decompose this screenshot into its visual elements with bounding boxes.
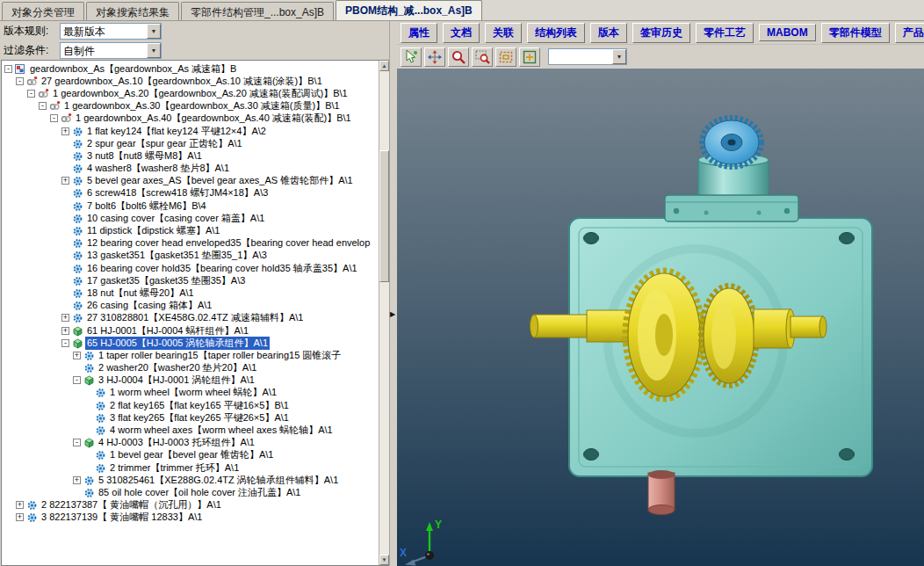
tree-node-label[interactable]: 85 oil hole cover【oil hole cover 注油孔盖】A\… [97,486,302,499]
tree-row[interactable]: -geardownbox_As【geardownbox_As 减速箱】B [4,62,379,75]
tree-node-label[interactable]: 3 nut8【nut8 螺母M8】A\1 [85,149,204,163]
panel-tab[interactable]: 结构列表 [527,23,585,43]
tree-row[interactable]: 7 bolt6【bolt6 螺栓M6】B\4 [4,200,379,212]
collapse-icon[interactable]: - [50,114,58,122]
tree-node-label[interactable]: geardownbox_As【geardownbox_As 减速箱】B [28,62,238,76]
scrollbar-track[interactable] [379,71,389,555]
tree-row[interactable]: 4 washer8【washer8 垫片8】A\1 [4,163,379,175]
tree-node-label[interactable]: 18 nut【nut 螺母20】A\1 [85,287,196,300]
tree-row[interactable]: +1 flat key124【flat key124 平键12×4】A\2 [4,125,379,137]
tree-row[interactable]: 26 casing【casing 箱体】A\1 [4,300,379,312]
tree-row[interactable]: -65 HJ-0005【HJ-0005 涡轮轴承组件】A\1 [4,337,379,349]
tree-row[interactable]: 17 gasket35【gasket35 垫圈35】A\3 [4,274,379,287]
tree-node-label[interactable]: 5 bevel gear axes_AS【bevel gear axes_AS … [85,174,355,187]
collapse-icon[interactable]: - [61,339,69,347]
tree-node-label[interactable]: 2 822137387【 黄油嘴帽（沉孔用）】A\1 [40,498,223,512]
collapse-icon[interactable]: - [73,439,81,446]
tree-row[interactable]: 1 worm wheel【worm wheel 蜗轮】A\1 [4,387,379,399]
filter-dropdown[interactable]: 自制件 ▼ [60,42,162,59]
tree-node-label[interactable]: 4 HJ-0003【HJ-0003 托环组件】A\1 [97,436,256,449]
panel-tab[interactable]: 零部件模型 [821,23,890,43]
tree-row[interactable]: 2 washer20【washer20 垫片20】A\1 [4,362,379,374]
tree-node-label[interactable]: 2 washer20【washer20 垫片20】A\1 [97,361,258,374]
tree-row[interactable]: 3 flat key265【flat key265 平键26×5】A\1 [4,411,379,424]
tree-row[interactable]: 85 oil hole cover【oil hole cover 注油孔盖】A\… [4,486,379,498]
tree-row[interactable]: 1 bevel gear【bevel gear 锥齿轮】A\1 [4,449,379,461]
tree-row[interactable]: 16 bearing cover hold35【bearing cover ho… [4,262,379,274]
display-mode-dropdown[interactable]: ▼ [548,48,627,65]
tree-row[interactable]: 6 screw418【screw418 螺钉JM4×18】A\3 [4,187,379,200]
tree-node-label[interactable]: 17 gasket35【gasket35 垫圈35】A\3 [85,274,247,287]
collapse-icon[interactable]: - [39,102,47,110]
tree-row[interactable]: 2 trimmer【trimmer 托环】A\1 [4,461,379,474]
tree-node-label[interactable]: 1 geardownbox_As.20【geardownbox_As.20 减速… [51,87,350,100]
expand-icon[interactable]: + [61,327,69,335]
tree-row[interactable]: 11 dipstick【dipstick 螺塞】A\1 [4,224,379,236]
tree-node-label[interactable]: 61 HJ-0001【HJ-0004 蜗杆组件】A\1 [85,324,250,337]
panel-tab[interactable]: 文档 [443,23,480,43]
scroll-up-button[interactable]: ▲ [379,61,389,71]
fit-view-icon[interactable] [519,47,540,67]
tree-node-label[interactable]: 10 casing cover【casing cover 箱盖】A\1 [85,212,266,225]
tree-node-label[interactable]: 27 geardownbox_As.10【geardownbox_As.10 减… [40,75,324,88]
viewport-3d[interactable]: Y X [397,69,924,566]
panel-tab[interactable]: 产品模型 [895,23,924,43]
tree-node-label[interactable]: 1 bevel gear【bevel gear 锥齿轮】A\1 [108,448,275,461]
tree-row[interactable]: -4 HJ-0003【HJ-0003 托环组件】A\1 [4,437,379,449]
document-tab[interactable]: 对象搜索结果集 [86,2,179,20]
tree-row[interactable]: 13 gasket351【gasket351 垫圈35_1】A\3 [4,250,379,262]
version-rule-dropdown[interactable]: 最新版本 ▼ [60,23,162,40]
tree-row[interactable]: 12 bearing cover head enveloped35【bearin… [4,237,379,250]
scroll-down-button[interactable]: ▼ [379,555,389,565]
expand-icon[interactable]: + [16,501,24,509]
tree-row[interactable]: 2 spur gear【spur gear 正齿轮】A\1 [4,137,379,149]
tree-row[interactable]: +5 bevel gear axes_AS【bevel gear axes_AS… [4,175,379,187]
tree-node-label[interactable]: 13 gasket351【gasket351 垫圈35_1】A\3 [85,249,269,262]
3d-scene[interactable]: Y X [397,69,924,566]
tree-node-label[interactable]: 7 bolt6【bolt6 螺栓M6】B\4 [85,200,208,213]
collapse-icon[interactable]: - [27,90,35,98]
expand-icon[interactable]: + [73,476,81,484]
tree-node-label[interactable]: 3 HJ-0004【HJ-0001 涡轮组件】A\1 [97,374,256,387]
tree-node-label[interactable]: 11 dipstick【dipstick 螺塞】A\1 [85,224,221,237]
tree-row[interactable]: +2 822137387【 黄油嘴帽（沉孔用）】A\1 [4,499,379,512]
expand-icon[interactable]: + [16,513,24,521]
tree-node-label[interactable]: 1 taper roller bearing15【taper roller be… [97,349,343,362]
document-tab[interactable]: 对象分类管理 [2,2,84,20]
tree-node-label[interactable]: 65 HJ-0005【HJ-0005 涡轮轴承组件】A\1 [85,337,270,350]
expand-icon[interactable]: + [61,177,69,185]
panel-tab[interactable]: 关联 [485,23,522,43]
tree-row[interactable]: -3 HJ-0004【HJ-0001 涡轮组件】A\1 [4,374,379,387]
tree-row[interactable]: +27 310828801【XE458G.02.4TZ 减速箱辅料】A\1 [4,312,379,324]
tree-row[interactable]: -27 geardownbox_As.10【geardownbox_As.10 … [4,75,379,87]
tree-row[interactable]: -1 geardownbox_As.30【geardownbox_As.30 减… [4,100,379,112]
tree-row[interactable]: 2 flat key165【flat key165 平键16×5】B\1 [4,399,379,411]
expand-icon[interactable]: + [73,352,81,359]
tree-node-label[interactable]: 2 spur gear【spur gear 正齿轮】A\1 [85,137,244,150]
tree-node-label[interactable]: 1 geardownbox_As.40【geardownbox_As.40 减速… [74,112,353,125]
expand-icon[interactable]: + [61,127,69,135]
tree-node-label[interactable]: 2 flat key165【flat key165 平键16×5】B\1 [108,399,291,412]
tree-node-label[interactable]: 12 bearing cover head enveloped35【bearin… [85,236,372,250]
document-tab[interactable]: 零部件结构管理_...box_As]B [181,2,334,20]
tree-node-label[interactable]: 26 casing【casing 箱体】A\1 [85,299,213,312]
tree-row[interactable]: +1 taper roller bearing15【taper roller b… [4,349,379,361]
pan-icon[interactable] [424,47,445,67]
tree-row[interactable]: +5 310825461【XE288G.02.4TZ 涡轮轴承组件辅料】A\1 [4,474,379,486]
panel-splitter[interactable]: ▶ [389,21,397,566]
tree-node-label[interactable]: 3 flat key265【flat key265 平键26×5】A\1 [108,411,291,424]
tree-node-label[interactable]: 4 washer8【washer8 垫片8】A\1 [85,162,231,175]
part-structure-tree[interactable]: -geardownbox_As【geardownbox_As 减速箱】B-27 … [2,61,379,565]
tree-node-label[interactable]: 6 screw418【screw418 螺钉JM4×18】A\3 [85,186,270,200]
zoom-window-icon[interactable] [472,47,493,67]
region-select-icon[interactable] [495,47,516,67]
tree-node-label[interactable]: 4 worm wheel axes【worm wheel axes 蜗轮轴】A\… [108,424,335,437]
tree-node-label[interactable]: 5 310825461【XE288G.02.4TZ 涡轮轴承组件辅料】A\1 [97,474,340,487]
tree-node-label[interactable]: 2 trimmer【trimmer 托环】A\1 [108,461,241,475]
zoom-icon[interactable] [448,47,469,67]
tree-row[interactable]: -1 geardownbox_As.40【geardownbox_As.40 减… [4,112,379,125]
tree-row[interactable]: -1 geardownbox_As.20【geardownbox_As.20 减… [4,87,379,99]
panel-tab[interactable]: 零件工艺 [696,23,754,43]
tree-row[interactable]: 3 nut8【nut8 螺母M8】A\1 [4,149,379,162]
tree-node-label[interactable]: 1 flat key124【flat key124 平键12×4】A\2 [85,125,268,138]
